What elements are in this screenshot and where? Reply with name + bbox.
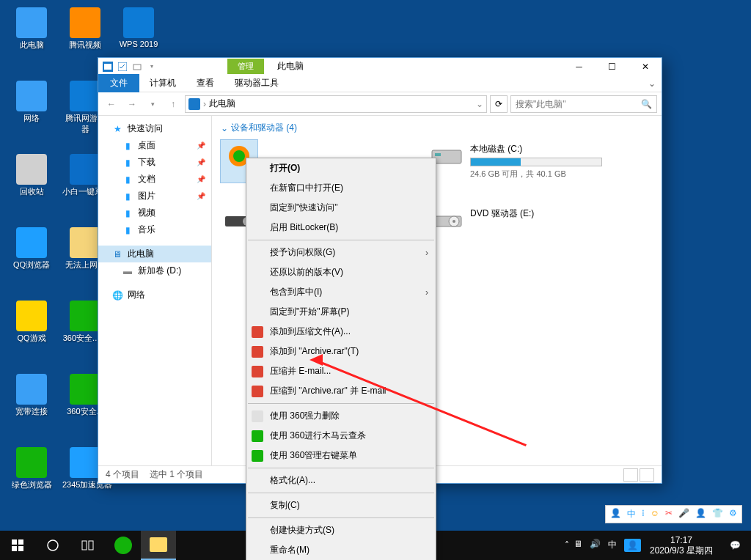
ime-lang[interactable]: 中 [627,508,636,520]
qat-dropdown-icon[interactable]: ▾ [145,60,158,73]
close-button[interactable]: ✕ [629,58,662,75]
tray-user-icon[interactable]: 👤 [624,539,641,552]
tray-expand-icon[interactable]: ˄ [565,540,569,550]
desktop-icon-this-pc[interactable]: 此电脑 [9,7,54,51]
drive-usage-bar [470,158,602,166]
ime-emoji-icon[interactable]: ☺ [651,508,659,520]
menu-item-0[interactable]: 打开(O) [246,158,436,178]
menu-label: 使用 360管理右键菜单 [270,449,357,462]
pin-icon: 📌 [197,158,205,166]
qat-save-icon[interactable] [116,60,129,73]
sidebar-volume-d[interactable]: ▬新加卷 (D:) [98,262,211,279]
menu-item-6[interactable]: 还原以前的版本(V) [246,262,436,282]
nav-back-icon[interactable]: ← [103,95,120,113]
ribbon-tab-view[interactable]: 查看 [186,74,224,92]
qq-browser-icon [16,227,47,258]
sidebar-item-5[interactable]: ▮音乐 [98,221,211,238]
folder-icon: ▮ [122,191,133,202]
menu-item-16[interactable]: 使用 360管理右键菜单 [246,446,436,465]
ime-settings-icon[interactable]: ⚙ [729,508,737,520]
taskbar-app-explorer[interactable] [141,531,176,560]
svg-rect-15 [12,546,17,551]
menu-item-14[interactable]: 使用 360强力删除 [246,406,436,426]
sidebar-item-4[interactable]: ▮视频 [98,205,211,221]
menu-item-22[interactable]: 创建快捷方式(S) [246,520,436,540]
address-bar[interactable]: › ⌄ [185,95,487,113]
ime-icon[interactable]: 👤 [610,508,621,520]
menu-label: 重命名(M) [270,544,309,556]
sidebar-item-0[interactable]: ▮桌面📌 [98,137,211,154]
ime-punct-icon[interactable]: ⁞ [642,508,645,520]
menu-item-20[interactable]: 复制(C) [246,495,436,515]
desktop-icon-network[interactable]: 网络 [9,81,54,124]
no-network-icon [70,227,100,258]
manage-tab[interactable]: 管理 [227,59,264,74]
menu-item-10[interactable]: 添加到 "Archive.rar"(T) [246,342,436,361]
menu-item-2[interactable]: 固定到"快速访问" [246,198,436,218]
qat-btn[interactable] [131,60,144,73]
desktop-icon-wps[interactable]: WPS 2019 [116,7,161,48]
menu-item-18[interactable]: 格式化(A)... [246,471,436,490]
sidebar-item-1[interactable]: ▮下载📌 [98,154,211,171]
view-details-button[interactable] [623,468,638,482]
tray-display-icon[interactable]: 🖥 [574,539,582,552]
desktop-icon-tencent-video[interactable]: 腾讯视频 [62,7,108,51]
nav-history-icon[interactable]: ▾ [144,95,161,113]
menu-item-15[interactable]: 使用 360进行木马云查杀 [246,426,436,446]
tray-ime-text[interactable]: 中 [608,539,617,552]
desktop-icon-qq-browser[interactable]: QQ浏览器 [9,227,54,270]
view-icons-button[interactable] [640,468,654,482]
menu-item-1[interactable]: 在新窗口中打开(E) [246,178,436,198]
desktop-icon-recycle-bin[interactable]: 回收站 [9,154,54,197]
section-header[interactable]: ⌄ 设备和驱动器 (4) [221,122,653,134]
tray-clock[interactable]: 17:17 2020/9/3 星期四 [645,535,717,556]
ime-toolbar[interactable]: 👤 中 ⁞ ☺ ✂ 🎤 👤 👕 ⚙ [605,505,742,523]
sidebar-this-pc[interactable]: 🖥此电脑 [98,246,211,262]
ime-scissors-icon[interactable]: ✂ [665,508,673,520]
taskbar-app-browser[interactable] [106,531,141,560]
desktop-icon-broadband[interactable]: 宽带连接 [9,374,54,417]
menu-item-23[interactable]: 重命名(M) [246,540,436,560]
360-sec2-icon [70,374,100,405]
menu-item-12[interactable]: 压缩到 "Archive.rar" 并 E-mail [246,381,436,401]
search-box[interactable]: 🔍 [510,95,657,113]
ime-skin-icon[interactable]: 👕 [712,508,723,520]
search-input[interactable] [516,99,641,109]
menu-separator [248,468,434,468]
menu-item-11[interactable]: 压缩并 E-mail... [246,361,436,381]
sidebar-item-2[interactable]: ▮文档📌 [98,171,211,188]
sidebar-item-3[interactable]: ▮图片📌 [98,188,211,205]
sidebar-quick-access[interactable]: ★快速访问 [98,120,211,137]
minimize-button[interactable]: ─ [563,58,596,75]
drive-e[interactable]: DVD 驱动器 (E:) [426,205,624,237]
taskview-button[interactable] [70,531,106,560]
menu-item-5[interactable]: 授予访问权限(G)› [246,243,436,262]
refresh-button[interactable]: ⟳ [490,95,508,113]
tray-volume-icon[interactable]: 🔊 [590,539,601,552]
nav-up-icon[interactable]: ↑ [164,95,182,113]
ribbon-tab-computer[interactable]: 计算机 [139,74,186,92]
desktop-icon-green-browser[interactable]: 绿色浏览器 [9,447,54,490]
menu-item-7[interactable]: 包含到库中(I)› [246,282,436,302]
notifications-button[interactable]: 💬 [722,531,748,560]
maximize-button[interactable]: ☐ [596,58,629,75]
address-input[interactable] [209,99,473,109]
ime-mic-icon[interactable]: 🎤 [678,508,689,520]
menu-label: 使用 360进行木马云查杀 [270,430,366,442]
drive-c[interactable]: 本地磁盘 (C:) 24.6 GB 可用，共 40.1 GB [426,140,624,183]
ribbon-tab-drive-tools[interactable]: 驱动器工具 [224,74,289,92]
menu-label: 还原以前的版本(V) [270,266,343,279]
desktop-icon-qq-games[interactable]: QQ游戏 [9,301,54,344]
menu-item-3[interactable]: 启用 BitLocker(B) [246,218,436,237]
clock-date: 2020/9/3 星期四 [650,545,713,556]
menu-item-9[interactable]: 添加到压缩文件(A)... [246,322,436,342]
ime-user-icon[interactable]: 👤 [695,508,706,520]
ribbon-file-tab[interactable]: 文件 [98,74,139,92]
start-button[interactable] [0,531,35,560]
ribbon-expand-icon[interactable]: ⌄ [648,78,656,89]
sidebar-network[interactable]: 🌐网络 [98,287,211,303]
network-icon [16,81,47,111]
cortana-button[interactable] [35,531,70,560]
menu-item-8[interactable]: 固定到"开始"屏幕(P) [246,302,436,322]
nav-forward-icon[interactable]: → [123,95,141,113]
